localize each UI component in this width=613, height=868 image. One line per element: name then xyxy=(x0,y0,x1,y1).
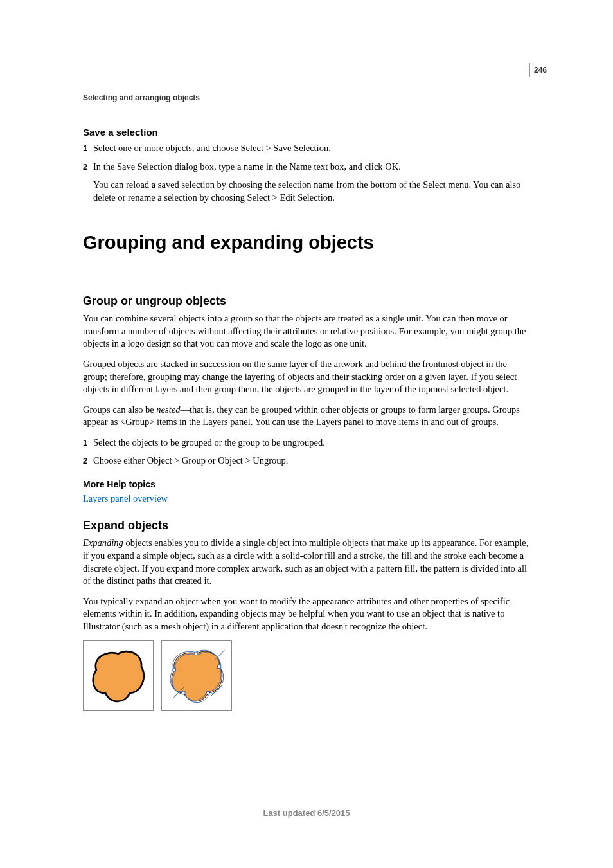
list-item: 2 In the Save Selection dialog box, type… xyxy=(83,161,533,174)
chapter-header: Selecting and arranging objects xyxy=(83,93,200,102)
paragraph: Groups can also be nested—that is, they … xyxy=(83,404,533,429)
shape-before-icon xyxy=(89,647,147,705)
shape-after-icon xyxy=(168,647,226,705)
list-text: Choose either Object > Group or Object >… xyxy=(93,455,533,467)
list-number: 2 xyxy=(83,455,93,467)
paragraph: You can combine several objects into a g… xyxy=(83,312,533,350)
list-text: Select the objects to be grouped or the … xyxy=(93,437,533,449)
italic-text: Expanding xyxy=(83,538,123,548)
list-text: Select one or more objects, and choose S… xyxy=(93,142,533,155)
footer-last-updated: Last updated 6/5/2015 xyxy=(0,808,613,818)
italic-text: nested xyxy=(156,404,180,415)
svg-rect-2 xyxy=(206,692,209,695)
paragraph: Grouped objects are stacked in successio… xyxy=(83,358,533,396)
list-number: 2 xyxy=(83,161,93,174)
expand-objects-heading: Expand objects xyxy=(83,519,533,532)
list-number: 1 xyxy=(83,437,93,449)
save-selection-heading: Save a selection xyxy=(83,127,533,138)
page-title: Grouping and expanding objects xyxy=(83,232,533,253)
list-text: In the Save Selection dialog box, type a… xyxy=(93,161,533,174)
text-run: Groups can also be xyxy=(83,404,156,415)
list-number: 1 xyxy=(83,142,93,155)
svg-rect-1 xyxy=(217,665,220,669)
svg-rect-4 xyxy=(173,669,176,672)
svg-rect-0 xyxy=(195,652,198,655)
paragraph: You typically expand an object when you … xyxy=(83,595,533,633)
list-item: 2 Choose either Object > Group or Object… xyxy=(83,455,533,467)
svg-line-7 xyxy=(215,651,224,660)
before-expand-image xyxy=(83,640,154,711)
group-ungroup-heading: Group or ungroup objects xyxy=(83,294,533,308)
text-run: objects enables you to divide a single o… xyxy=(83,538,528,586)
page-number: 246 xyxy=(529,63,547,77)
list-item: 1 Select one or more objects, and choose… xyxy=(83,142,533,155)
list-item: 1 Select the objects to be grouped or th… xyxy=(83,437,533,449)
after-expand-image xyxy=(161,640,232,711)
svg-rect-3 xyxy=(182,692,186,695)
more-help-heading: More Help topics xyxy=(83,479,533,489)
image-row xyxy=(83,640,533,711)
page-content: Save a selection 1 Select one or more ob… xyxy=(83,127,533,711)
layers-panel-overview-link[interactable]: Layers panel overview xyxy=(83,493,533,505)
paragraph: Expanding objects enables you to divide … xyxy=(83,537,533,587)
list-subtext: You can reload a saved selection by choo… xyxy=(93,179,533,204)
